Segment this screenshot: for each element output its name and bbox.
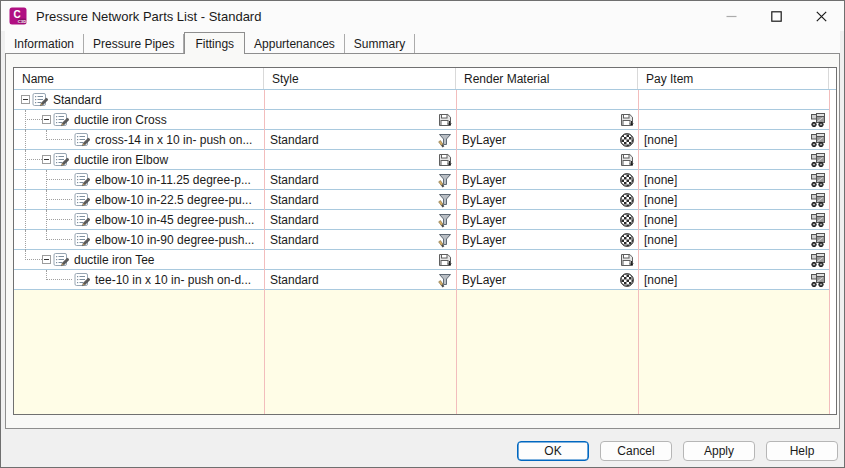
tab-strip: InformationPressure PipesFittingsAppurte…: [5, 31, 840, 53]
table-row[interactable]: ductile iron Cross: [14, 110, 829, 130]
render-material-icon[interactable]: [619, 172, 635, 188]
table-row[interactable]: tee-10 in x 10 in- push on-d...Standard …: [14, 270, 829, 290]
name-cell[interactable]: Standard: [14, 90, 264, 109]
pay-item-icon[interactable]: [810, 172, 826, 188]
style-cell[interactable]: Standard: [264, 210, 456, 229]
save-override-icon[interactable]: [619, 112, 635, 128]
style-cell[interactable]: Standard: [264, 190, 456, 209]
save-override-icon[interactable]: [437, 152, 453, 168]
pay-item-icon[interactable]: [810, 252, 826, 268]
tab-fittings[interactable]: Fittings: [184, 32, 245, 54]
pay-item-icon[interactable]: [810, 192, 826, 208]
name-cell[interactable]: ductile iron Cross: [14, 110, 264, 129]
name-cell[interactable]: elbow-10 in-90 degree-push...: [14, 230, 264, 249]
maximize-button[interactable]: [754, 1, 799, 31]
column-header-render-material[interactable]: Render Material: [456, 68, 638, 89]
tab-pressure-pipes[interactable]: Pressure Pipes: [84, 34, 184, 53]
table-row[interactable]: ductile iron Elbow: [14, 150, 829, 170]
pressure-network-parts-list-dialog: C C3D Pressure Network Parts List - Stan…: [0, 0, 845, 468]
name-cell[interactable]: ductile iron Elbow: [14, 150, 264, 169]
pay-item-icon[interactable]: [810, 132, 826, 148]
name-cell[interactable]: elbow-10 in-11.25 degree-p...: [14, 170, 264, 189]
help-button[interactable]: Help: [766, 441, 838, 461]
name-cell[interactable]: tee-10 in x 10 in- push on-d...: [14, 270, 264, 289]
style-picker-icon[interactable]: [437, 132, 453, 148]
column-header-name[interactable]: Name: [14, 68, 264, 89]
save-override-icon[interactable]: [619, 152, 635, 168]
name-cell[interactable]: ductile iron Tee: [14, 250, 264, 269]
tab-information[interactable]: Information: [5, 34, 84, 53]
table-row[interactable]: elbow-10 in-22.5 degree-pu...Standard By…: [14, 190, 829, 210]
style-cell[interactable]: [264, 90, 456, 109]
render-material-cell[interactable]: ByLayer: [456, 130, 638, 149]
table-row[interactable]: elbow-10 in-11.25 degree-p...Standard By…: [14, 170, 829, 190]
style-picker-icon[interactable]: [437, 272, 453, 288]
render-material-cell[interactable]: ByLayer: [456, 190, 638, 209]
style-picker-icon[interactable]: [437, 232, 453, 248]
style-cell[interactable]: Standard: [264, 130, 456, 149]
column-header-pay-item[interactable]: Pay Item: [638, 68, 829, 89]
table-row[interactable]: elbow-10 in-45 degree-push...Standard By…: [14, 210, 829, 230]
style-picker-icon[interactable]: [437, 172, 453, 188]
tab-appurtenances[interactable]: Appurtenances: [245, 34, 345, 53]
pay-item-icon[interactable]: [810, 272, 826, 288]
minimize-button[interactable]: [709, 1, 754, 31]
tab-summary[interactable]: Summary: [345, 34, 415, 53]
column-header-style[interactable]: Style: [264, 68, 456, 89]
table-row[interactable]: ductile iron Tee: [14, 250, 829, 270]
render-material-cell[interactable]: [456, 90, 638, 109]
name-cell[interactable]: elbow-10 in-22.5 degree-pu...: [14, 190, 264, 209]
pay-item-icon[interactable]: [810, 232, 826, 248]
table-row[interactable]: elbow-10 in-90 degree-push...Standard By…: [14, 230, 829, 250]
render-material-icon[interactable]: [619, 132, 635, 148]
render-material-icon[interactable]: [619, 212, 635, 228]
pay-item-icon[interactable]: [810, 112, 826, 128]
render-material-cell[interactable]: [456, 110, 638, 129]
render-material-cell[interactable]: ByLayer: [456, 170, 638, 189]
render-material-cell[interactable]: ByLayer: [456, 230, 638, 249]
style-picker-icon[interactable]: [437, 212, 453, 228]
pay-item-cell[interactable]: [none]: [638, 270, 829, 289]
part-name-label: elbow-10 in-90 degree-push...: [95, 233, 254, 247]
render-material-icon[interactable]: [619, 272, 635, 288]
save-override-icon[interactable]: [619, 252, 635, 268]
style-cell[interactable]: Standard: [264, 230, 456, 249]
pay-item-cell[interactable]: [none]: [638, 230, 829, 249]
table-row[interactable]: Standard: [14, 90, 829, 110]
tree-collapse-toggle[interactable]: [42, 155, 51, 164]
render-material-icon[interactable]: [619, 232, 635, 248]
pay-item-cell[interactable]: [638, 150, 829, 169]
tree-collapse-toggle[interactable]: [42, 255, 51, 264]
render-material-cell[interactable]: [456, 250, 638, 269]
render-material-cell[interactable]: [456, 150, 638, 169]
cancel-button[interactable]: Cancel: [600, 441, 672, 461]
render-material-cell[interactable]: ByLayer: [456, 210, 638, 229]
style-picker-icon[interactable]: [437, 192, 453, 208]
style-cell[interactable]: [264, 110, 456, 129]
save-override-icon[interactable]: [437, 112, 453, 128]
tree-collapse-toggle[interactable]: [21, 95, 30, 104]
table-row[interactable]: cross-14 in x 10 in- push on...Standard …: [14, 130, 829, 150]
save-override-icon[interactable]: [437, 252, 453, 268]
style-cell[interactable]: Standard: [264, 170, 456, 189]
pay-item-cell[interactable]: [none]: [638, 130, 829, 149]
pay-item-cell[interactable]: [638, 250, 829, 269]
style-cell[interactable]: [264, 250, 456, 269]
apply-button[interactable]: Apply: [683, 441, 755, 461]
name-cell[interactable]: cross-14 in x 10 in- push on...: [14, 130, 264, 149]
pay-item-icon[interactable]: [810, 212, 826, 228]
style-cell[interactable]: [264, 150, 456, 169]
ok-button[interactable]: OK: [517, 441, 589, 461]
pay-item-cell[interactable]: [638, 90, 829, 109]
style-cell[interactable]: Standard: [264, 270, 456, 289]
tree-collapse-toggle[interactable]: [42, 115, 51, 124]
pay-item-icon[interactable]: [810, 152, 826, 168]
pay-item-cell[interactable]: [none]: [638, 170, 829, 189]
render-material-cell[interactable]: ByLayer: [456, 270, 638, 289]
render-material-icon[interactable]: [619, 192, 635, 208]
pay-item-cell[interactable]: [none]: [638, 210, 829, 229]
name-cell[interactable]: elbow-10 in-45 degree-push...: [14, 210, 264, 229]
close-button[interactable]: [799, 1, 844, 31]
pay-item-cell[interactable]: [none]: [638, 190, 829, 209]
pay-item-cell[interactable]: [638, 110, 829, 129]
